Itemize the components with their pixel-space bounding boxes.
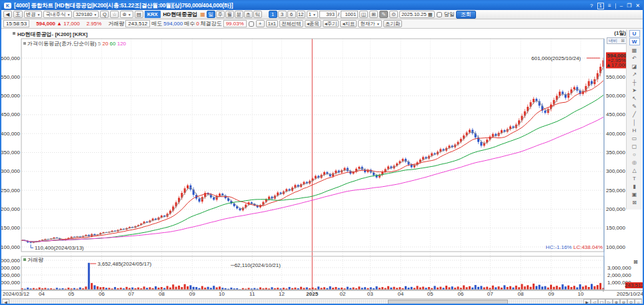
pattern-box-icon[interactable]: ▣ (628, 190, 641, 198)
cycle-button-1[interactable]: 3 (278, 11, 287, 18)
svg-text:500,000: 500,000 (1, 93, 21, 99)
stock-list-icon[interactable]: ▤ (135, 11, 143, 18)
screen-count-icon[interactable]: 1 (597, 3, 604, 9)
undo-icon[interactable]: ↶ (628, 54, 641, 62)
page-left-icon[interactable]: ◁ (591, 299, 598, 305)
period-button-group: 일주월분초틱 (207, 11, 262, 18)
chart-canvas[interactable]: 600,000600,000550,000550,000500,000500,0… (1, 29, 644, 305)
cycle-button-3[interactable]: 12 (297, 11, 305, 18)
query-button[interactable]: 조회 (456, 11, 476, 19)
restore-icon[interactable]: ❐ (627, 3, 631, 9)
page-right-icon[interactable]: ▷ (605, 299, 613, 305)
text-tool-icon[interactable]: T (628, 174, 641, 182)
svg-text:04: 04 (39, 291, 45, 297)
link-stock-button[interactable]: ◂종목 (305, 20, 321, 27)
ma-legend: 가격이동평균(종가,단순이평) 5 20 60 120 (27, 41, 127, 47)
today-checkbox[interactable] (437, 12, 442, 17)
cycle-button-2[interactable]: 6 (287, 11, 296, 18)
period-button-2[interactable]: 월 (225, 11, 234, 18)
arrow-tool-icon[interactable]: ➤ (628, 86, 641, 94)
zoom-select-icon[interactable]: ⊙ (627, 299, 635, 305)
svg-text:250,000: 250,000 (606, 188, 625, 194)
current-price-option: 현재가 (360, 21, 375, 27)
volume-max-annotation: 3,652,485(2024/05/17) (97, 261, 151, 267)
scroll-right-icon[interactable]: ▶ (583, 299, 591, 305)
period-button-3[interactable]: 분 (235, 11, 243, 18)
vertical-line-icon[interactable]: │ (628, 118, 641, 126)
change-dropdown[interactable]: 변경▼ (24, 11, 43, 18)
compare-checkbox[interactable] (249, 21, 254, 27)
w-tool-button[interactable]: W (629, 38, 640, 45)
pen-icon[interactable]: ✎ (628, 102, 641, 110)
diagonal-line-icon[interactable]: ╱ (628, 110, 641, 118)
zoom-in-icon[interactable]: ⊕ (613, 299, 620, 305)
range-box-icon[interactable]: ▢ (598, 299, 605, 305)
channel-icon[interactable]: Η (628, 126, 641, 134)
draw-mode-icon[interactable]: ✎ (379, 11, 388, 18)
pointer-tool-icon[interactable]: ↖ (628, 94, 641, 102)
high-annotation: 601,000(2025/10/24) (531, 55, 581, 61)
add-pane-button[interactable]: + (256, 20, 265, 27)
bid-label: 매수 (184, 20, 195, 27)
rect-icon[interactable]: ▭ (628, 134, 641, 142)
period-button-5[interactable]: 틱 (253, 11, 262, 18)
bar-count-input[interactable] (319, 11, 337, 18)
triangle-icon[interactable]: △ (628, 166, 641, 174)
collapse-button[interactable]: ◀ (3, 11, 12, 18)
u-tool-button[interactable]: U (629, 30, 640, 37)
round-rect-icon[interactable]: ▢ (628, 142, 641, 150)
ellipse-icon[interactable]: ◎ (628, 158, 641, 166)
reset-button[interactable]: 초기화 (383, 20, 403, 27)
svg-text:4,000,000: 4,000,000 (1, 258, 21, 264)
fit-screen-icon[interactable]: ◫ (359, 11, 368, 18)
chevron-down-icon: ▼ (128, 13, 131, 17)
period-button-1[interactable]: 주 (216, 11, 225, 18)
crosshair-icon[interactable]: ┼ (628, 78, 641, 86)
link-indicator-button[interactable]: ◂지표 (340, 20, 357, 27)
market-dropdown[interactable]: 국내주식▼ (43, 11, 72, 18)
date-picker[interactable]: 2025.10.25▦ (399, 11, 435, 18)
alert-dropdown[interactable]: ⊚▼ (120, 11, 133, 18)
stock-info-icon[interactable]: ▦ (200, 11, 205, 17)
cycle-button-0[interactable]: 1 (269, 11, 277, 18)
zoom-reset-icon[interactable]: ⌂ (635, 299, 642, 305)
scroll-left-icon[interactable]: ◀ (2, 299, 9, 305)
current-price: 594,000 (36, 21, 55, 27)
help-icon[interactable]: ? (590, 3, 593, 9)
grid-layout-button[interactable]: 1x1 (266, 20, 278, 27)
change-label: 변경 (26, 11, 36, 18)
svg-text:06: 06 (458, 291, 464, 297)
circle-icon[interactable]: ○ (628, 150, 641, 158)
navigator-tab[interactable]: 내비 ⊠ (607, 37, 627, 44)
current-price-dropdown[interactable]: 현재가▼ (358, 20, 381, 27)
delete-all-icon[interactable]: ⊠ (628, 198, 641, 206)
eraser-icon[interactable]: ◪ (628, 62, 641, 70)
favorite-icon[interactable]: ☆ (110, 11, 119, 18)
svg-text:10: 10 (219, 291, 225, 297)
candle-pattern-icon[interactable]: ▮ (628, 182, 641, 190)
search-icon[interactable]: Q (100, 11, 109, 18)
zoom-out-icon[interactable]: ⊖ (620, 299, 627, 305)
period-button-4[interactable]: 초 (244, 11, 253, 18)
layout-button[interactable]: 王 (13, 11, 23, 18)
cycle-select[interactable]: 1▼ (307, 11, 318, 18)
navigator-close-icon[interactable]: ⊠ (621, 38, 625, 43)
indicator-grid-icon[interactable]: ▦ (628, 46, 641, 54)
close-icon[interactable]: ✕ (635, 3, 640, 9)
svg-text:3,000,000: 3,000,000 (1, 265, 21, 271)
trend-line-icon[interactable]: ↗ (628, 70, 641, 78)
scrollbar-track[interactable] (9, 300, 583, 305)
window-menu-icon[interactable]: ≡ (608, 3, 611, 9)
bar-total-input[interactable] (341, 11, 358, 18)
stock-code-combo[interactable]: 329180▼ (73, 11, 99, 18)
minimize-icon[interactable]: – (620, 3, 623, 9)
chart-scrollbar[interactable]: ◀ ▶ ◁ ▢ ▷ ⊕ ⊖ ⊙ ⌂ (2, 298, 642, 305)
period-button-0[interactable]: 일 (207, 11, 215, 18)
settings-gear-icon[interactable]: ⊙ (389, 11, 398, 18)
select-all-button[interactable]: 전체선택 (279, 20, 303, 27)
svg-text:500,000: 500,000 (606, 93, 625, 99)
svg-text:10: 10 (578, 291, 584, 297)
save-chart-icon[interactable]: ⊞ (369, 11, 378, 18)
scrollbar-handle[interactable] (388, 300, 508, 305)
link-period-button[interactable]: ◂주기 (323, 20, 339, 27)
